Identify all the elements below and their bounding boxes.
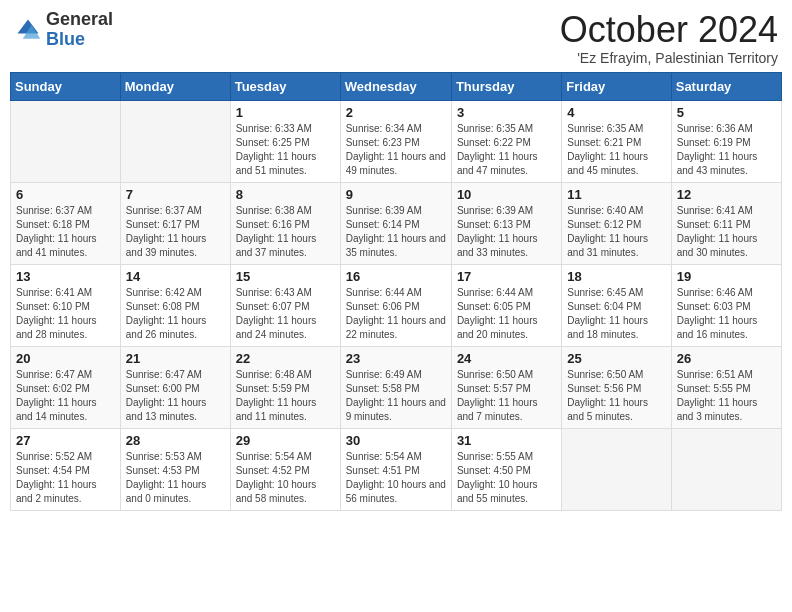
calendar-cell: 1Sunrise: 6:33 AM Sunset: 6:25 PM Daylig… — [230, 100, 340, 182]
calendar-cell — [562, 428, 671, 510]
day-number: 12 — [677, 187, 776, 202]
day-number: 23 — [346, 351, 446, 366]
calendar-cell: 16Sunrise: 6:44 AM Sunset: 6:06 PM Dayli… — [340, 264, 451, 346]
day-info: Sunrise: 6:35 AM Sunset: 6:22 PM Dayligh… — [457, 122, 556, 178]
calendar-week-2: 6Sunrise: 6:37 AM Sunset: 6:18 PM Daylig… — [11, 182, 782, 264]
day-header-wednesday: Wednesday — [340, 72, 451, 100]
day-number: 14 — [126, 269, 225, 284]
calendar-cell: 13Sunrise: 6:41 AM Sunset: 6:10 PM Dayli… — [11, 264, 121, 346]
day-number: 4 — [567, 105, 665, 120]
day-number: 19 — [677, 269, 776, 284]
calendar-table: SundayMondayTuesdayWednesdayThursdayFrid… — [10, 72, 782, 511]
calendar-cell: 2Sunrise: 6:34 AM Sunset: 6:23 PM Daylig… — [340, 100, 451, 182]
day-number: 3 — [457, 105, 556, 120]
day-number: 2 — [346, 105, 446, 120]
day-info: Sunrise: 6:34 AM Sunset: 6:23 PM Dayligh… — [346, 122, 446, 178]
day-number: 15 — [236, 269, 335, 284]
page-header: General Blue October 2024 'Ez Efrayim, P… — [10, 10, 782, 66]
day-number: 25 — [567, 351, 665, 366]
day-info: Sunrise: 6:43 AM Sunset: 6:07 PM Dayligh… — [236, 286, 335, 342]
logo-general: General — [46, 9, 113, 29]
calendar-cell: 9Sunrise: 6:39 AM Sunset: 6:14 PM Daylig… — [340, 182, 451, 264]
day-info: Sunrise: 6:37 AM Sunset: 6:18 PM Dayligh… — [16, 204, 115, 260]
day-number: 21 — [126, 351, 225, 366]
day-info: Sunrise: 6:48 AM Sunset: 5:59 PM Dayligh… — [236, 368, 335, 424]
calendar-cell: 12Sunrise: 6:41 AM Sunset: 6:11 PM Dayli… — [671, 182, 781, 264]
logo-text: General Blue — [46, 10, 113, 50]
day-header-friday: Friday — [562, 72, 671, 100]
day-info: Sunrise: 5:55 AM Sunset: 4:50 PM Dayligh… — [457, 450, 556, 506]
day-number: 22 — [236, 351, 335, 366]
day-info: Sunrise: 6:37 AM Sunset: 6:17 PM Dayligh… — [126, 204, 225, 260]
day-number: 17 — [457, 269, 556, 284]
title-block: October 2024 'Ez Efrayim, Palestinian Te… — [560, 10, 778, 66]
day-info: Sunrise: 5:54 AM Sunset: 4:52 PM Dayligh… — [236, 450, 335, 506]
day-info: Sunrise: 5:54 AM Sunset: 4:51 PM Dayligh… — [346, 450, 446, 506]
calendar-cell: 5Sunrise: 6:36 AM Sunset: 6:19 PM Daylig… — [671, 100, 781, 182]
calendar-cell: 27Sunrise: 5:52 AM Sunset: 4:54 PM Dayli… — [11, 428, 121, 510]
calendar-cell — [11, 100, 121, 182]
location-subtitle: 'Ez Efrayim, Palestinian Territory — [560, 50, 778, 66]
day-info: Sunrise: 6:47 AM Sunset: 6:00 PM Dayligh… — [126, 368, 225, 424]
day-number: 16 — [346, 269, 446, 284]
day-info: Sunrise: 6:44 AM Sunset: 6:05 PM Dayligh… — [457, 286, 556, 342]
calendar-cell: 3Sunrise: 6:35 AM Sunset: 6:22 PM Daylig… — [451, 100, 561, 182]
day-info: Sunrise: 6:50 AM Sunset: 5:56 PM Dayligh… — [567, 368, 665, 424]
day-info: Sunrise: 6:38 AM Sunset: 6:16 PM Dayligh… — [236, 204, 335, 260]
calendar-week-5: 27Sunrise: 5:52 AM Sunset: 4:54 PM Dayli… — [11, 428, 782, 510]
day-number: 31 — [457, 433, 556, 448]
calendar-cell — [120, 100, 230, 182]
calendar-cell: 26Sunrise: 6:51 AM Sunset: 5:55 PM Dayli… — [671, 346, 781, 428]
calendar-cell: 7Sunrise: 6:37 AM Sunset: 6:17 PM Daylig… — [120, 182, 230, 264]
day-number: 5 — [677, 105, 776, 120]
day-number: 20 — [16, 351, 115, 366]
day-info: Sunrise: 6:36 AM Sunset: 6:19 PM Dayligh… — [677, 122, 776, 178]
calendar-cell: 15Sunrise: 6:43 AM Sunset: 6:07 PM Dayli… — [230, 264, 340, 346]
day-info: Sunrise: 6:51 AM Sunset: 5:55 PM Dayligh… — [677, 368, 776, 424]
day-info: Sunrise: 6:40 AM Sunset: 6:12 PM Dayligh… — [567, 204, 665, 260]
day-number: 6 — [16, 187, 115, 202]
calendar-cell: 25Sunrise: 6:50 AM Sunset: 5:56 PM Dayli… — [562, 346, 671, 428]
logo-icon — [14, 16, 42, 44]
day-info: Sunrise: 6:41 AM Sunset: 6:10 PM Dayligh… — [16, 286, 115, 342]
calendar-cell: 19Sunrise: 6:46 AM Sunset: 6:03 PM Dayli… — [671, 264, 781, 346]
calendar-cell: 8Sunrise: 6:38 AM Sunset: 6:16 PM Daylig… — [230, 182, 340, 264]
calendar-cell: 24Sunrise: 6:50 AM Sunset: 5:57 PM Dayli… — [451, 346, 561, 428]
day-number: 10 — [457, 187, 556, 202]
calendar-week-3: 13Sunrise: 6:41 AM Sunset: 6:10 PM Dayli… — [11, 264, 782, 346]
day-number: 9 — [346, 187, 446, 202]
day-header-saturday: Saturday — [671, 72, 781, 100]
day-info: Sunrise: 6:45 AM Sunset: 6:04 PM Dayligh… — [567, 286, 665, 342]
day-number: 1 — [236, 105, 335, 120]
day-header-thursday: Thursday — [451, 72, 561, 100]
day-number: 18 — [567, 269, 665, 284]
day-number: 26 — [677, 351, 776, 366]
calendar-cell: 22Sunrise: 6:48 AM Sunset: 5:59 PM Dayli… — [230, 346, 340, 428]
calendar-cell: 17Sunrise: 6:44 AM Sunset: 6:05 PM Dayli… — [451, 264, 561, 346]
calendar-cell: 6Sunrise: 6:37 AM Sunset: 6:18 PM Daylig… — [11, 182, 121, 264]
day-info: Sunrise: 6:39 AM Sunset: 6:14 PM Dayligh… — [346, 204, 446, 260]
logo: General Blue — [14, 10, 113, 50]
day-info: Sunrise: 6:41 AM Sunset: 6:11 PM Dayligh… — [677, 204, 776, 260]
calendar-cell: 11Sunrise: 6:40 AM Sunset: 6:12 PM Dayli… — [562, 182, 671, 264]
day-info: Sunrise: 6:39 AM Sunset: 6:13 PM Dayligh… — [457, 204, 556, 260]
calendar-week-1: 1Sunrise: 6:33 AM Sunset: 6:25 PM Daylig… — [11, 100, 782, 182]
day-number: 28 — [126, 433, 225, 448]
calendar-cell: 18Sunrise: 6:45 AM Sunset: 6:04 PM Dayli… — [562, 264, 671, 346]
calendar-cell: 14Sunrise: 6:42 AM Sunset: 6:08 PM Dayli… — [120, 264, 230, 346]
calendar-cell: 20Sunrise: 6:47 AM Sunset: 6:02 PM Dayli… — [11, 346, 121, 428]
day-number: 24 — [457, 351, 556, 366]
day-number: 27 — [16, 433, 115, 448]
day-header-tuesday: Tuesday — [230, 72, 340, 100]
day-number: 30 — [346, 433, 446, 448]
day-info: Sunrise: 6:46 AM Sunset: 6:03 PM Dayligh… — [677, 286, 776, 342]
month-title: October 2024 — [560, 10, 778, 50]
day-info: Sunrise: 6:49 AM Sunset: 5:58 PM Dayligh… — [346, 368, 446, 424]
calendar-cell: 31Sunrise: 5:55 AM Sunset: 4:50 PM Dayli… — [451, 428, 561, 510]
day-info: Sunrise: 6:44 AM Sunset: 6:06 PM Dayligh… — [346, 286, 446, 342]
day-info: Sunrise: 6:33 AM Sunset: 6:25 PM Dayligh… — [236, 122, 335, 178]
day-info: Sunrise: 6:35 AM Sunset: 6:21 PM Dayligh… — [567, 122, 665, 178]
calendar-cell: 23Sunrise: 6:49 AM Sunset: 5:58 PM Dayli… — [340, 346, 451, 428]
calendar-cell: 4Sunrise: 6:35 AM Sunset: 6:21 PM Daylig… — [562, 100, 671, 182]
day-info: Sunrise: 6:42 AM Sunset: 6:08 PM Dayligh… — [126, 286, 225, 342]
